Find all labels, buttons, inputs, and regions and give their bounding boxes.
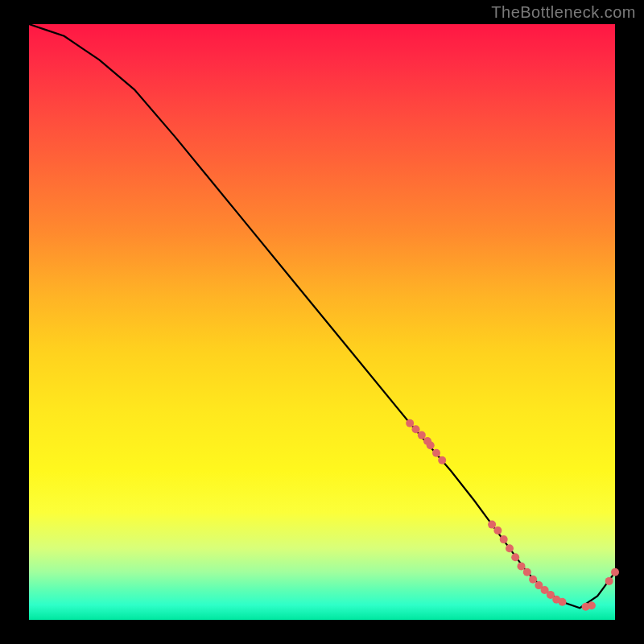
plot-background [29,24,615,620]
gpu-marker [406,419,414,427]
gpu-marker [506,544,514,552]
gpu-marker [518,562,526,570]
gpu-marker [523,568,531,576]
gpu-marker [500,535,508,543]
gpu-marker [427,441,435,449]
gpu-marker [605,577,613,585]
gpu-marker [412,425,420,433]
gpu-marker [511,553,519,561]
gpu-marker [438,456,446,464]
gpu-marker [529,576,537,584]
gpu-marker [611,568,619,576]
gpu-marker [559,598,567,606]
bottleneck-chart [0,0,644,644]
gpu-marker [488,521,496,529]
gpu-marker [493,526,502,535]
gpu-marker [432,449,440,457]
attribution-text: TheBottleneck.com [491,3,636,22]
gpu-marker [588,601,596,609]
gpu-marker [418,431,426,440]
